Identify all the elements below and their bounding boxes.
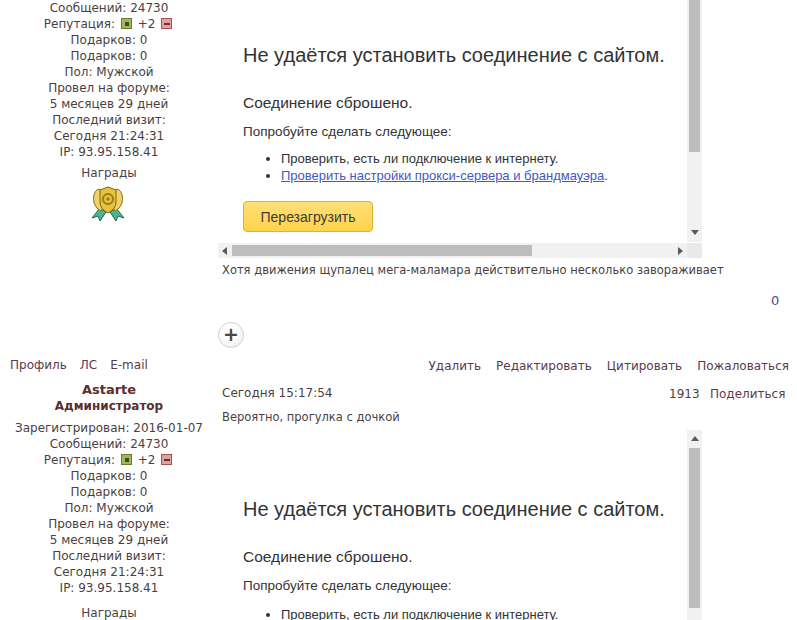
- error-title: Не удаётся установить соединение с сайто…: [243, 44, 665, 67]
- post2-timestamp: Сегодня 15:17:54: [222, 386, 332, 400]
- scroll-right-arrow-icon[interactable]: [678, 247, 683, 255]
- reputation-plus-icon[interactable]: [121, 18, 132, 29]
- error-bullet-internet: Проверить, есть ли подключение к интерне…: [281, 606, 608, 620]
- stat-line: Пол: Мужской: [0, 64, 218, 80]
- username[interactable]: Astarte: [0, 382, 218, 397]
- stat-line: Сегодня 21:24:31: [0, 128, 218, 144]
- error-bullet-proxy: Проверить настройки прокси-сервера и бра…: [281, 167, 608, 184]
- forum-topic-page: Сообщений: 24730 Репутация: +2 Подарков:…: [0, 0, 797, 620]
- award-badge-icon: [88, 183, 128, 227]
- error-suggestion-list: Проверить, есть ли подключение к интерне…: [218, 150, 608, 184]
- stat-line: Подарков: 0: [0, 468, 218, 484]
- private-message-link[interactable]: ЛС: [80, 358, 97, 372]
- vertical-scrollbar-thumb[interactable]: [689, 0, 700, 152]
- error-message: Соединение сброшено.: [243, 94, 413, 112]
- stat-line: Подарков: 0: [0, 484, 218, 500]
- reputation-value: +2: [138, 453, 156, 467]
- post2-text: Вероятно, прогулка с дочкой: [222, 410, 400, 424]
- horizontal-scrollbar-thumb[interactable]: [232, 245, 532, 256]
- error-suggestion: Попробуйте сделать следующее:: [243, 578, 452, 593]
- stat-line: Сегодня 21:24:31: [0, 564, 218, 580]
- stat-line: 5 месяцев 29 дней: [0, 532, 218, 548]
- profile-links-row: Профиль ЛС E-mail: [10, 358, 148, 372]
- messages-count: Сообщений: 24730: [0, 436, 218, 452]
- vertical-scrollbar[interactable]: [687, 0, 702, 242]
- stat-line: Провел на форуме:: [0, 516, 218, 532]
- vertical-scrollbar[interactable]: [687, 430, 702, 620]
- delete-link[interactable]: Удалить: [429, 359, 482, 373]
- reputation-value: +2: [138, 17, 156, 31]
- awards-label: Награды: [0, 606, 218, 620]
- post1-vote-count: 0: [771, 293, 779, 308]
- reputation-plus-icon[interactable]: [121, 454, 132, 465]
- post1-embedded-frame: Не удаётся установить соединение с сайто…: [218, 0, 702, 258]
- post2-number: 1913: [669, 387, 700, 401]
- awards-label: Награды: [0, 166, 218, 180]
- scrollbar-corner: [687, 243, 702, 258]
- scroll-down-arrow-icon[interactable]: [691, 230, 699, 235]
- error-message: Соединение сброшено.: [243, 548, 413, 566]
- stat-line: Пол: Мужской: [0, 500, 218, 516]
- reload-button[interactable]: Перезагрузить: [243, 201, 373, 232]
- user-role: Администратор: [0, 399, 218, 413]
- horizontal-scrollbar[interactable]: [218, 243, 687, 258]
- post-actions-row: Удалить Редактировать Цитировать Пожалов…: [429, 359, 789, 373]
- add-reputation-button[interactable]: +: [218, 322, 244, 348]
- share-link[interactable]: Поделиться: [710, 387, 785, 401]
- stat-line: 5 месяцев 29 дней: [0, 96, 218, 112]
- edit-link[interactable]: Редактировать: [496, 359, 592, 373]
- reputation-row: Репутация: +2: [0, 16, 218, 32]
- post1-text: Хотя движения щупалец мега-маламара дейс…: [222, 263, 724, 277]
- stat-line: IP: 93.95.158.41: [0, 144, 218, 160]
- stat-line: Подарков: 0: [0, 32, 218, 48]
- error-title: Не удаётся установить соединение с сайто…: [243, 498, 665, 521]
- messages-count: Сообщений: 24730: [0, 0, 218, 16]
- error-bullet-internet: Проверить, есть ли подключение к интерне…: [281, 150, 608, 167]
- reputation-minus-icon[interactable]: [161, 18, 172, 29]
- stat-line: Последний визит:: [0, 548, 218, 564]
- reputation-minus-icon[interactable]: [161, 454, 172, 465]
- post1-profile-stats: Сообщений: 24730 Репутация: +2 Подарков:…: [0, 0, 218, 160]
- proxy-settings-link[interactable]: Проверить настройки прокси-сервера и бра…: [281, 168, 604, 183]
- reputation-row: Репутация: +2: [0, 452, 218, 468]
- error-suggestion-list: Проверить, есть ли подключение к интерне…: [218, 606, 608, 620]
- post2-profile-stats: Зарегистрирован: 2016-01-07 Сообщений: 2…: [0, 420, 218, 596]
- stat-line: Провел на форуме:: [0, 80, 218, 96]
- vertical-scrollbar-thumb[interactable]: [689, 448, 700, 608]
- post2-embedded-frame: Не удаётся установить соединение с сайто…: [218, 430, 702, 620]
- email-link[interactable]: E-mail: [110, 358, 148, 372]
- stat-line: Подарков: 0: [0, 48, 218, 64]
- quote-link[interactable]: Цитировать: [607, 359, 682, 373]
- profile-link[interactable]: Профиль: [10, 358, 67, 372]
- stat-line: Последний визит:: [0, 112, 218, 128]
- report-link[interactable]: Пожаловаться: [697, 359, 789, 373]
- registered-date: Зарегистрирован: 2016-01-07: [0, 420, 218, 436]
- error-suggestion: Попробуйте сделать следующее:: [243, 124, 452, 139]
- stat-line: IP: 93.95.158.41: [0, 580, 218, 596]
- scroll-up-arrow-icon[interactable]: [691, 436, 699, 441]
- scroll-left-arrow-icon[interactable]: [222, 247, 227, 255]
